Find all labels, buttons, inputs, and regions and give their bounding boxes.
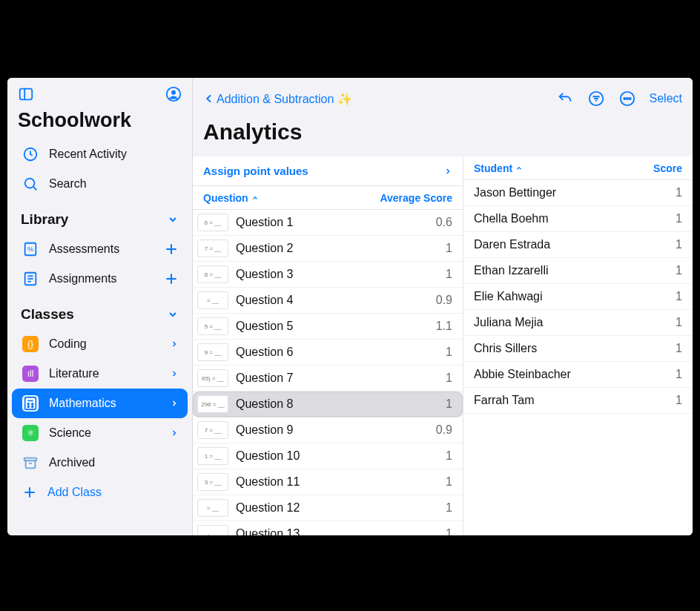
student-row[interactable]: Chella Boehm1 <box>463 206 693 232</box>
page-title-area: Analytics <box>193 119 693 156</box>
question-score: 1 <box>446 346 452 359</box>
student-name: Ethan Izzarelli <box>474 264 549 277</box>
student-score: 1 <box>676 186 682 199</box>
sort-by-score[interactable]: Score <box>653 162 682 174</box>
sidebar-item-class-literature[interactable]: ıll Literature <box>12 359 188 389</box>
add-class-label: Add Class <box>47 486 102 499</box>
svg-rect-23 <box>24 458 37 461</box>
question-row[interactable]: - __Question 131 <box>193 521 463 535</box>
sidebar-item-label: Recent Activity <box>49 148 179 161</box>
student-row[interactable]: Ethan Izzarelli1 <box>463 258 693 284</box>
class-icon <box>21 394 40 413</box>
sidebar-toggle-icon[interactable] <box>16 85 36 104</box>
back-button[interactable]: Addition & Subtraction ✨ <box>203 91 352 106</box>
sidebar-item-label: Literature <box>49 367 161 380</box>
question-row[interactable]: 1 = __Question 101 <box>193 443 463 469</box>
question-row[interactable]: 7 = __Question 90.9 <box>193 417 463 443</box>
svg-point-22 <box>32 406 33 408</box>
student-row[interactable]: Jason Bettinger1 <box>463 180 693 206</box>
add-class-button[interactable]: Add Class <box>12 478 188 507</box>
content-area: Assign point values Question Average Sco… <box>193 156 693 535</box>
student-row[interactable]: Juliana Mejia1 <box>463 310 693 336</box>
sort-by-student[interactable]: Student <box>474 162 523 174</box>
class-icon: {} <box>21 334 40 354</box>
questions-panel: Assign point values Question Average Sco… <box>193 156 463 535</box>
student-list: Jason Bettinger1Chella Boehm1Daren Estra… <box>463 180 693 535</box>
sort-by-avg-score[interactable]: Average Score <box>380 192 452 204</box>
sidebar-item-archived[interactable]: Archived <box>12 448 188 478</box>
question-label: Question 13 <box>236 527 438 535</box>
student-row[interactable]: Elie Kahwagi1 <box>463 284 693 310</box>
assign-point-values-button[interactable]: Assign point values <box>193 156 463 186</box>
question-row[interactable]: 9 = __Question 61 <box>193 340 463 366</box>
add-assessment-button[interactable] <box>164 242 179 257</box>
sidebar-item-class-science[interactable]: ⚛ Science <box>12 418 188 448</box>
profile-icon[interactable] <box>164 85 183 104</box>
clock-icon <box>21 145 40 164</box>
column-label: Score <box>653 162 682 174</box>
question-row[interactable]: 3 = __Question 111 <box>193 469 463 495</box>
sidebar-item-label: Coding <box>49 337 161 351</box>
question-score: 1.1 <box>436 320 452 333</box>
question-row[interactable]: 5 = __Question 51.1 <box>193 314 463 340</box>
student-score: 1 <box>676 316 682 329</box>
question-label: Question 10 <box>236 449 438 463</box>
question-thumbnail: 7 = __ <box>197 240 228 257</box>
sort-asc-icon <box>251 194 259 202</box>
question-row[interactable]: 7 = __Question 21 <box>193 236 463 262</box>
student-row[interactable]: Abbie Steinbacher1 <box>463 362 693 388</box>
question-row[interactable]: 65) = __Question 71 <box>193 366 463 392</box>
sidebar-item-class-mathematics[interactable]: Mathematics <box>12 389 188 418</box>
svg-point-3 <box>171 90 176 95</box>
sidebar-section-classes[interactable]: Classes <box>12 300 188 329</box>
plus-icon <box>21 483 39 501</box>
question-row[interactable]: 6 = __Question 10.6 <box>193 210 463 236</box>
question-label: Question 6 <box>236 346 438 359</box>
sidebar-section-library[interactable]: Library <box>12 205 188 234</box>
sidebar-item-assessments[interactable]: % Assessments <box>12 234 188 264</box>
question-row[interactable]: 8 = __Question 31 <box>193 262 463 288</box>
callout-line <box>458 535 459 580</box>
undo-button[interactable] <box>556 90 574 108</box>
student-score: 1 <box>676 212 682 225</box>
sidebar-item-assignments[interactable]: Assignments <box>12 264 188 294</box>
select-button[interactable]: Select <box>650 92 682 105</box>
student-row[interactable]: Daren Estrada1 <box>463 232 693 258</box>
question-score: 1 <box>446 449 452 463</box>
filter-button[interactable] <box>587 90 605 108</box>
student-name: Jason Bettinger <box>474 186 556 199</box>
add-assignment-button[interactable] <box>164 271 179 286</box>
student-row[interactable]: Chris Sillers1 <box>463 336 693 362</box>
question-row[interactable]: 296 = __Question 81 <box>193 392 463 417</box>
question-thumbnail: 7 = __ <box>197 421 228 439</box>
question-label: Question 12 <box>236 501 438 515</box>
student-name: Farrah Tam <box>474 394 535 407</box>
student-score: 1 <box>676 394 682 407</box>
student-name: Daren Estrada <box>474 238 550 251</box>
sidebar-item-label: Mathematics <box>49 397 161 410</box>
sidebar-item-recent[interactable]: Recent Activity <box>12 139 188 169</box>
svg-point-5 <box>25 179 35 188</box>
sidebar-item-class-coding[interactable]: {} Coding <box>12 329 188 359</box>
question-score: 0.9 <box>436 423 452 437</box>
student-score: 1 <box>676 238 682 251</box>
chevron-right-icon <box>170 428 179 438</box>
more-button[interactable] <box>618 90 636 108</box>
svg-point-33 <box>626 98 627 99</box>
archive-icon <box>21 453 40 472</box>
question-label: Question 7 <box>236 371 438 385</box>
svg-line-6 <box>33 187 36 190</box>
svg-point-20 <box>32 403 33 405</box>
sort-by-question[interactable]: Question <box>203 192 259 204</box>
student-row[interactable]: Farrah Tam1 <box>463 388 693 414</box>
sidebar: Schoolwork Recent Activity Search Librar… <box>7 78 193 535</box>
svg-point-32 <box>624 98 625 99</box>
sidebar-item-label: Search <box>49 177 179 191</box>
question-thumbnail: 6 = __ <box>197 214 228 231</box>
question-thumbnail: = __ <box>197 291 228 309</box>
sidebar-item-search[interactable]: Search <box>12 169 188 199</box>
question-row[interactable]: = __Question 121 <box>193 495 463 521</box>
question-label: Question 2 <box>236 242 438 255</box>
student-name: Chella Boehm <box>474 212 549 225</box>
question-row[interactable]: = __Question 40.9 <box>193 288 463 314</box>
